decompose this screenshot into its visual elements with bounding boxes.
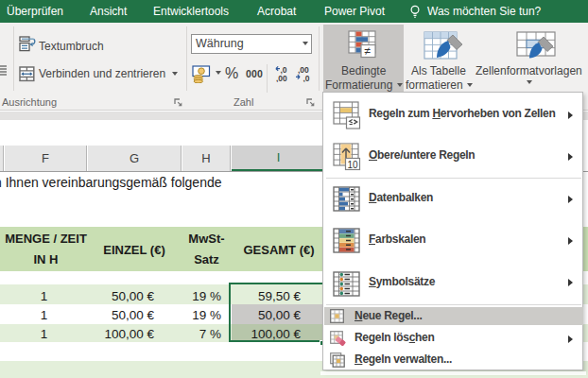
svg-text:,0: ,0 <box>303 74 310 82</box>
svg-text:,00: ,00 <box>276 74 287 82</box>
svg-text:≠: ≠ <box>365 44 372 58</box>
svg-text:10: 10 <box>348 160 359 170</box>
